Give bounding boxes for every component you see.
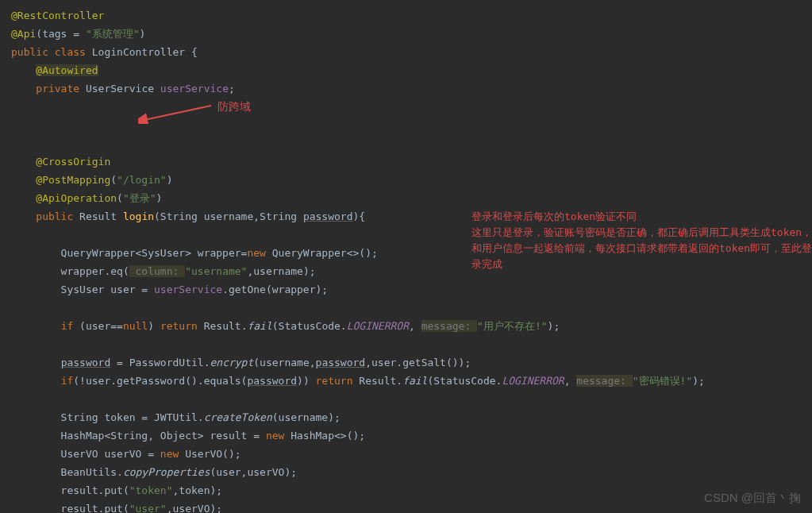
watermark: CSDN @回首丶掬: [704, 488, 801, 507]
code-line: if(!user.getPassword().equals(password))…: [11, 372, 812, 390]
code-line: @Autowired: [11, 61, 812, 79]
code-line: public Result login(String username,Stri…: [11, 207, 812, 244]
svg-line-1: [144, 106, 211, 120]
code-line: UserVO userVO = new UserVO();: [11, 445, 812, 463]
code-line: result.put("token",token);: [11, 481, 812, 499]
code-line: result.put("user",userVO);: [11, 499, 812, 513]
code-line: wrapper.eq( column: "username",username)…: [11, 262, 812, 280]
red-annotation-label: 防跨域: [217, 98, 251, 116]
code-line: @RestController: [11, 6, 812, 25]
code-editor[interactable]: @RestController @Api(tags = "系统管理") publ…: [11, 6, 812, 513]
code-line: HashMap<String, Object> result = new Has…: [11, 426, 812, 445]
blank-line: [11, 335, 812, 353]
code-line: @PostMapping("/login"): [11, 171, 812, 189]
code-line: password = PasswordUtil.encrypt(username…: [11, 353, 812, 372]
code-line: @ApiOperation("登录"): [11, 189, 812, 207]
blank-line: [11, 390, 812, 408]
arrow-icon: [138, 104, 214, 124]
code-line: QueryWrapper<SysUser> wrapper=new QueryW…: [11, 244, 812, 262]
blank-line: [11, 299, 812, 317]
blank-line: 防跨域: [11, 98, 812, 152]
code-line: public class LoginController {: [11, 43, 812, 61]
code-line: private UserService userService;: [11, 79, 812, 98]
code-line: @CrossOrigin: [11, 152, 812, 171]
code-line: BeanUtils.copyProperties(user,userVO);: [11, 463, 812, 481]
code-line: if (user==null) return Result.fail(Statu…: [11, 317, 812, 335]
code-line: String token = JWTUtil.createToken(usern…: [11, 408, 812, 426]
code-line: @Api(tags = "系统管理"): [11, 25, 812, 43]
code-line: SysUser user = userService.getOne(wrappe…: [11, 280, 812, 299]
